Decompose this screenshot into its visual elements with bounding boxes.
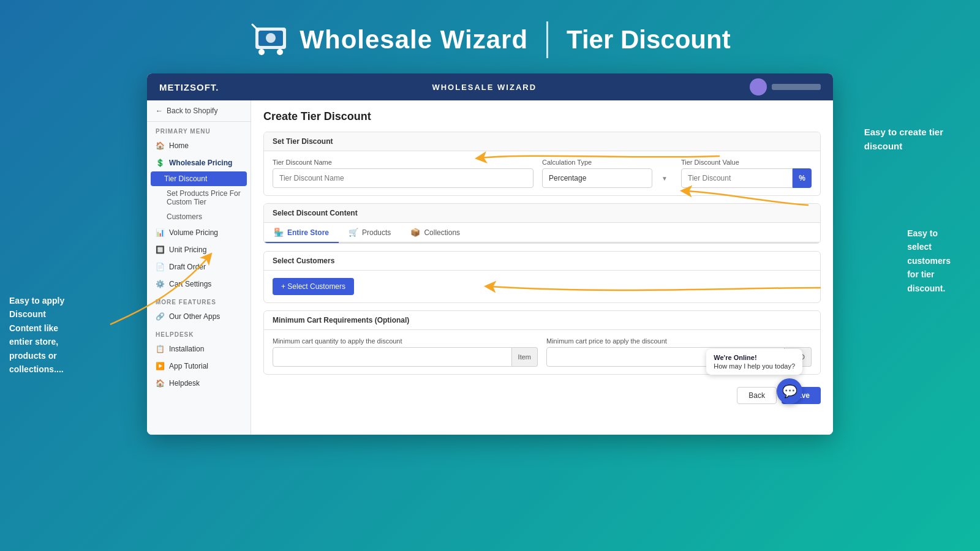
sidebar-item-volume-pricing[interactable]: 📊 Volume Pricing [147, 224, 251, 241]
sidebar-item-installation-label: Installation [169, 345, 204, 353]
discount-content-header: Select Discount Content [264, 204, 820, 223]
chat-widget: We're Online! How may I help you today? … [706, 349, 802, 404]
sidebar-item-home-label: Home [169, 141, 189, 150]
unit-icon: 🔲 [156, 246, 164, 254]
tab-entire-store[interactable]: 🏪 Entire Store [264, 223, 339, 243]
select-customers-button[interactable]: + Select Customers [273, 278, 354, 295]
svg-point-5 [266, 33, 276, 43]
tier-value-suffix: % [793, 168, 812, 188]
cart-logo-icon [249, 18, 292, 61]
min-quantity-wrapper: Item [273, 347, 538, 367]
sidebar-item-installation[interactable]: 📋 Installation [147, 340, 251, 358]
sidebar-sub-tier-discount[interactable]: Tier Discount [151, 171, 247, 186]
chat-online-text: We're Online! [714, 354, 795, 361]
discount-content-section: Select Discount Content 🏪 Entire Store 🛒… [263, 203, 821, 244]
tier-discount-sub-label: Tier Discount [164, 174, 207, 183]
customers-sub-label: Customers [167, 212, 202, 221]
top-header: Wholesale Wizard Tier Discount [0, 0, 980, 73]
calc-type-select[interactable]: Percentage Fixed Amount [542, 168, 652, 188]
sidebar-item-app-tutorial[interactable]: ▶️ App Tutorial [147, 358, 251, 375]
back-arrow-icon: ← [156, 107, 163, 115]
sidebar-item-other-apps[interactable]: 🔗 Our Other Apps [147, 308, 251, 325]
sidebar-item-tutorial-label: App Tutorial [169, 362, 208, 370]
tab-products-label: Products [362, 228, 391, 237]
sidebar-item-home[interactable]: 🏠 Home [147, 137, 251, 154]
select-customers-body: + Select Customers [264, 271, 820, 302]
calc-type-label: Calculation Type [542, 159, 673, 166]
tier-name-field: Tier Discount Name [273, 159, 533, 188]
chat-bubble: We're Online! How may I help you today? [706, 349, 802, 375]
helpdesk-label: HELPDESK [147, 325, 251, 340]
calc-type-field: Calculation Type Percentage Fixed Amount… [542, 159, 673, 188]
sidebar-item-helpdesk-label: Helpdesk [169, 379, 200, 388]
tier-value-wrapper: % [681, 168, 812, 188]
discount-content-body: 🏪 Entire Store 🛒 Products 📦 Collections [264, 223, 820, 243]
sidebar-item-wholesale-pricing[interactable]: 💲 Wholesale Pricing [147, 154, 251, 171]
set-tier-section: Set Tier Discount Tier Discount Name Cal… [263, 132, 821, 196]
more-features-label: MORE FEATURES [147, 293, 251, 308]
tier-name-label: Tier Discount Name [273, 159, 533, 166]
tab-collections-label: Collections [424, 228, 460, 237]
sidebar-item-other-apps-label: Our Other Apps [169, 312, 220, 321]
tab-entire-store-label: Entire Store [287, 228, 329, 237]
logo-area: Wholesale Wizard [249, 18, 528, 61]
home-icon: 🏠 [156, 141, 164, 150]
chat-help-text: How may I help you today? [714, 362, 795, 370]
svg-point-3 [258, 49, 265, 55]
tier-value-input[interactable] [681, 168, 793, 188]
min-quantity-label: Minimum cart quantity to apply the disco… [273, 337, 538, 345]
min-quantity-suffix: Item [512, 347, 538, 367]
sidebar-item-cart-settings[interactable]: ⚙️ Cart Settings [147, 276, 251, 293]
back-to-shopify-link[interactable]: ← Back to Shopify [147, 100, 251, 122]
min-quantity-field: Minimum cart quantity to apply the disco… [273, 337, 538, 367]
min-quantity-input[interactable] [273, 347, 512, 367]
user-area [750, 78, 821, 96]
select-customers-header: Select Customers [264, 252, 820, 271]
sidebar-item-unit-pricing[interactable]: 🔲 Unit Pricing [147, 241, 251, 258]
discount-tabs: 🏪 Entire Store 🛒 Products 📦 Collections [264, 223, 820, 243]
header-divider [546, 21, 548, 58]
sidebar-item-draft-label: Draft Order [169, 263, 206, 271]
sidebar-item-wholesale-label: Wholesale Pricing [169, 159, 232, 167]
metizsoft-logo: METIZSOFT. [159, 82, 219, 92]
set-products-sub-label: Set Products Price For Custom Tier [167, 189, 241, 206]
svg-line-2 [252, 24, 258, 31]
username-blurred [772, 84, 821, 90]
products-icon: 🛒 [349, 228, 358, 237]
tier-value-field: Tier Discount Value % [681, 159, 812, 188]
pricing-icon: 💲 [156, 159, 164, 167]
sidebar-item-cart-label: Cart Settings [169, 280, 211, 288]
primary-menu-label: PRIMARY MENU [147, 122, 251, 137]
sidebar-item-draft-order[interactable]: 📄 Draft Order [147, 258, 251, 276]
app-header: METIZSOFT. WHOLESALE WIZARD [147, 73, 833, 100]
installation-icon: 📋 [156, 345, 164, 353]
collections-icon: 📦 [410, 228, 420, 237]
tutorial-icon: ▶️ [156, 362, 164, 370]
avatar [750, 78, 767, 96]
min-price-label: Minimum cart price to apply the discount [546, 337, 812, 345]
entire-store-icon: 🏪 [274, 228, 284, 237]
tab-collections[interactable]: 📦 Collections [401, 223, 470, 243]
min-cart-header: Minimum Cart Requirements (Optional) [264, 311, 820, 330]
svg-point-4 [277, 49, 283, 55]
sidebar-sub-set-products[interactable]: Set Products Price For Custom Tier [147, 186, 251, 209]
tier-name-input[interactable] [273, 168, 533, 188]
volume-icon: 📊 [156, 228, 164, 237]
tier-fields-row: Tier Discount Name Calculation Type Perc… [273, 159, 812, 188]
sidebar-item-helpdesk[interactable]: 🏠 Helpdesk [147, 375, 251, 392]
calc-type-chevron-icon: ▼ [662, 175, 668, 182]
set-tier-header: Set Tier Discount [264, 132, 820, 151]
tab-products[interactable]: 🛒 Products [339, 223, 401, 243]
sidebar-sub-customers[interactable]: Customers [147, 209, 251, 224]
page-title: Create Tier Discount [263, 110, 821, 123]
tier-discount-title: Tier Discount [567, 25, 731, 54]
cart-settings-icon: ⚙️ [156, 280, 164, 288]
chat-button[interactable]: 💬 [777, 378, 802, 404]
sidebar: ← Back to Shopify PRIMARY MENU 🏠 Home 💲 … [147, 100, 251, 435]
tier-value-label: Tier Discount Value [681, 159, 812, 166]
calc-type-select-wrapper: Percentage Fixed Amount ▼ [542, 168, 673, 188]
logo-text: Wholesale Wizard [300, 25, 528, 54]
helpdesk-icon: 🏠 [156, 379, 164, 388]
back-shopify-label: Back to Shopify [167, 107, 217, 115]
main-wrapper: METIZSOFT. WHOLESALE WIZARD ← Back to Sh… [0, 73, 980, 435]
